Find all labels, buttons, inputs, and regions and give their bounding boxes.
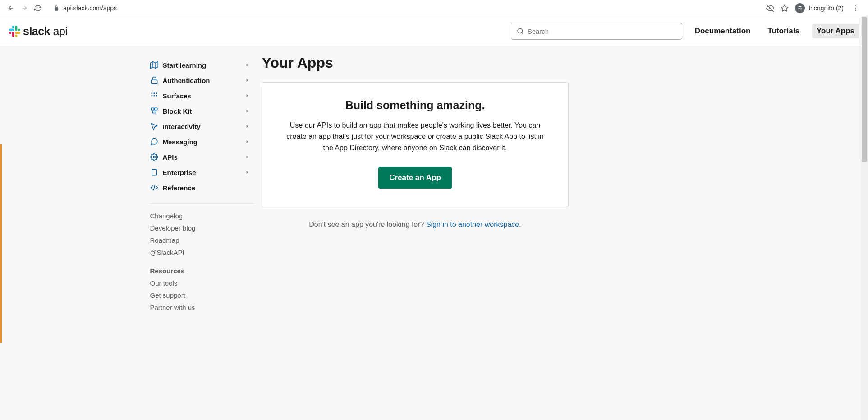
svg-point-10	[153, 92, 155, 94]
blocks-icon	[150, 107, 158, 115]
sidebar-item-surfaces[interactable]: Surfaces	[150, 88, 249, 103]
grid-icon	[150, 92, 158, 100]
reload-button[interactable]	[34, 5, 41, 12]
message-icon	[150, 138, 158, 146]
forward-button[interactable]	[21, 5, 28, 12]
orange-sliver	[0, 144, 2, 343]
incognito-label: Incognito (2)	[808, 5, 844, 12]
cursor-icon	[150, 122, 158, 130]
sidebar-item-label: Messaging	[163, 138, 198, 146]
browser-right-controls: Incognito (2) ⋮	[762, 3, 864, 13]
sidebar-link-our-tools[interactable]: Our tools	[150, 279, 254, 287]
sidebar: Start learning Authentication Surfaces B…	[150, 46, 254, 322]
chevron-right-icon	[246, 78, 249, 82]
search-box[interactable]	[511, 23, 682, 40]
sidebar-item-label: Start learning	[163, 61, 207, 69]
svg-marker-5	[150, 62, 158, 69]
nav-your-apps[interactable]: Your Apps	[812, 24, 859, 38]
building-icon	[150, 168, 158, 176]
star-icon[interactable]	[781, 4, 789, 12]
svg-point-11	[156, 92, 157, 94]
scrollbar-thumb[interactable]	[862, 17, 867, 162]
sidebar-item-reference[interactable]: Reference	[150, 180, 249, 195]
svg-point-9	[151, 92, 152, 94]
chevron-right-icon	[246, 125, 249, 128]
sidebar-link-roadmap[interactable]: Roadmap	[150, 236, 254, 244]
search-input[interactable]	[528, 28, 676, 35]
browser-nav-controls	[4, 5, 45, 12]
svg-rect-16	[154, 108, 157, 110]
signin-link[interactable]: Sign in to another workspace	[426, 221, 519, 228]
eye-off-icon[interactable]	[766, 4, 774, 12]
svg-point-13	[153, 95, 155, 97]
incognito-badge[interactable]: Incognito (2)	[795, 3, 844, 13]
nav-tutorials[interactable]: Tutorials	[763, 24, 804, 38]
sidebar-item-label: Block Kit	[163, 107, 192, 115]
svg-rect-17	[152, 111, 156, 113]
chevron-right-icon	[246, 171, 249, 174]
incognito-icon	[795, 3, 805, 13]
chevron-right-icon	[246, 63, 249, 67]
svg-point-2	[800, 8, 802, 9]
sidebar-link-slackapi[interactable]: @SlackAPI	[150, 249, 254, 256]
main-content: Your Apps Build something amazing. Use o…	[254, 46, 718, 322]
sidebar-link-changelog[interactable]: Changelog	[150, 212, 254, 220]
signin-prompt: Don't see an app you're looking for? Sig…	[262, 221, 569, 229]
chevron-right-icon	[246, 109, 249, 113]
slack-logo-icon	[9, 26, 20, 37]
nav-documentation[interactable]: Documentation	[690, 24, 755, 38]
svg-point-3	[518, 28, 523, 33]
svg-rect-19	[152, 169, 156, 175]
sidebar-item-label: Reference	[163, 184, 196, 192]
chevron-right-icon	[246, 140, 249, 143]
chevron-right-icon	[246, 94, 249, 97]
map-icon	[150, 61, 158, 69]
sidebar-link-partner[interactable]: Partner with us	[150, 304, 254, 311]
code-icon	[150, 184, 158, 192]
header-right: Documentation Tutorials Your Apps	[511, 23, 859, 40]
sidebar-item-interactivity[interactable]: Interactivity	[150, 119, 249, 134]
sidebar-item-apis[interactable]: APIs	[150, 149, 249, 165]
svg-line-4	[522, 32, 523, 34]
sidebar-item-label: Surfaces	[163, 92, 191, 100]
sidebar-item-label: Enterprise	[163, 169, 196, 176]
sidebar-item-start-learning[interactable]: Start learning	[150, 57, 249, 73]
card-description: Use our APIs to build an app that makes …	[285, 120, 546, 153]
address-bar[interactable]: api.slack.com/apps	[49, 5, 759, 12]
browser-menu-button[interactable]: ⋮	[850, 4, 861, 12]
create-app-button[interactable]: Create an App	[378, 167, 452, 189]
svg-point-14	[156, 95, 157, 97]
lock-icon	[53, 5, 60, 11]
sidebar-item-label: APIs	[163, 153, 178, 161]
resources-heading: Resources	[150, 267, 254, 275]
create-app-card: Build something amazing. Use our APIs to…	[262, 82, 569, 207]
svg-point-1	[798, 8, 800, 9]
url-text: api.slack.com/apps	[63, 5, 117, 12]
svg-rect-8	[151, 80, 157, 83]
sidebar-item-enterprise[interactable]: Enterprise	[150, 165, 249, 180]
sidebar-link-developer-blog[interactable]: Developer blog	[150, 224, 254, 232]
svg-point-12	[151, 95, 152, 97]
logo-text: slack api	[23, 25, 67, 38]
sidebar-item-authentication[interactable]: Authentication	[150, 73, 249, 88]
back-button[interactable]	[7, 5, 14, 12]
svg-point-18	[153, 156, 155, 158]
browser-chrome: api.slack.com/apps Incognito (2) ⋮	[0, 0, 868, 16]
chevron-right-icon	[246, 155, 249, 159]
sidebar-divider	[150, 203, 254, 204]
sidebar-item-label: Authentication	[163, 77, 210, 84]
scrollbar-track[interactable]	[861, 16, 868, 420]
search-icon	[517, 28, 524, 35]
sidebar-item-label: Interactivity	[163, 123, 201, 130]
card-title: Build something amazing.	[285, 99, 546, 112]
sidebar-item-block-kit[interactable]: Block Kit	[150, 103, 249, 119]
svg-line-26	[153, 185, 155, 190]
svg-marker-0	[781, 5, 788, 11]
lock-icon	[150, 76, 158, 84]
slack-api-logo[interactable]: slack api	[9, 25, 67, 38]
sidebar-item-messaging[interactable]: Messaging	[150, 134, 249, 149]
svg-rect-15	[151, 108, 154, 110]
sidebar-link-get-support[interactable]: Get support	[150, 291, 254, 299]
main-header: slack api Documentation Tutorials Your A…	[0, 16, 868, 46]
page-title: Your Apps	[262, 55, 718, 71]
